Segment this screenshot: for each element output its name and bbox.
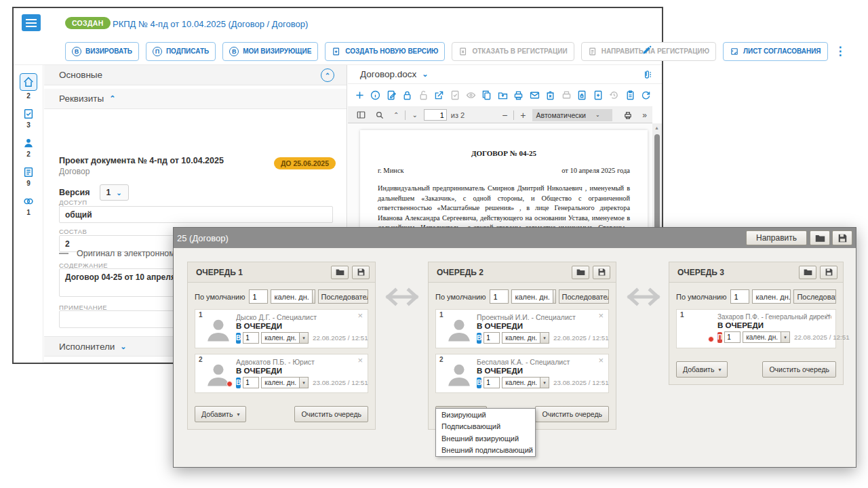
item-unit-select[interactable]: кален. дн.▾	[261, 377, 309, 388]
chevron-down-icon[interactable]: ⌄	[422, 70, 428, 79]
refresh-icon[interactable]	[639, 88, 652, 103]
rail-item-people[interactable]: 2	[14, 137, 43, 158]
refuse-registration-button[interactable]: ОТКАЗАТЬ В РЕГИСТРАЦИИ	[452, 42, 574, 61]
my-visas-button[interactable]: В МОИ ВИЗИРУЮЩИЕ	[222, 42, 318, 61]
clear-queue-button[interactable]: Очистить очередь	[535, 406, 609, 422]
default-unit-select[interactable]: кален. дн.▾	[271, 289, 315, 304]
collapse-all-icon[interactable]: ⌃	[321, 68, 334, 82]
preview-icon[interactable]	[465, 88, 477, 103]
item-unit-select[interactable]: кален. дн.▾	[502, 332, 549, 344]
order-select[interactable]: Последовательнс▾	[318, 289, 368, 304]
protect-document-icon[interactable]	[576, 88, 589, 103]
item-days-input[interactable]	[243, 332, 259, 344]
default-days-input[interactable]	[730, 289, 749, 304]
dash-icon	[59, 253, 68, 254]
rail-item-links[interactable]: 1	[14, 195, 43, 216]
fax-icon[interactable]	[560, 88, 572, 103]
access-field[interactable]	[59, 206, 333, 223]
clear-queue-button[interactable]: Очистить очередь	[762, 361, 836, 378]
export-document-icon[interactable]	[496, 88, 509, 103]
contract-date: от 10 апреля 2025 года	[561, 167, 630, 174]
save-route-button[interactable]	[832, 230, 852, 245]
version-select[interactable]: 1⌄	[100, 184, 129, 201]
unlock-icon[interactable]	[417, 88, 429, 103]
add-icon[interactable]	[353, 88, 366, 103]
menu-item-external-visa[interactable]: Внешний визирующий	[436, 432, 535, 445]
sign-button[interactable]: П ПОДПИСАТЬ	[146, 42, 216, 61]
item-days-input[interactable]	[484, 377, 500, 388]
contract-city: г. Минск	[378, 167, 404, 174]
queue-save-button[interactable]	[820, 266, 837, 279]
history-icon[interactable]	[608, 88, 620, 103]
scroll-up-icon[interactable]: ▲	[654, 125, 659, 130]
rail-item-documents[interactable]: 9	[14, 166, 43, 187]
queue-load-button[interactable]	[799, 266, 816, 279]
item-status: В ОЧЕРЕДИ	[717, 321, 831, 329]
queue-load-button[interactable]	[331, 266, 349, 279]
item-days-input[interactable]	[243, 377, 259, 388]
approval-sheet-button[interactable]: ЛИСТ СОГЛАСОВАНИЯ	[723, 42, 828, 61]
lock-icon[interactable]	[401, 88, 413, 103]
item-name: Захаров П.Ф. - Генеральный директор	[717, 313, 831, 321]
default-unit-select[interactable]: кален. дн.▾	[511, 289, 555, 304]
zoom-select[interactable]: Автоматически⌄	[532, 109, 612, 121]
new-version-button[interactable]: СОЗДАТЬ НОВУЮ ВЕРСИЮ	[325, 42, 445, 61]
document-check-icon	[22, 108, 35, 120]
add-button[interactable]: Добавить▾	[676, 361, 728, 378]
previous-page-icon[interactable]: ⌃	[391, 111, 401, 119]
add-version-icon[interactable]	[592, 88, 604, 103]
item-days-input[interactable]	[724, 331, 741, 343]
send-button[interactable]: Направить	[746, 230, 807, 245]
default-unit-select[interactable]: кален. дн.▾	[752, 289, 791, 304]
copy-document-icon[interactable]	[481, 88, 493, 103]
zoom-out-icon[interactable]: −	[500, 110, 509, 121]
page-number-input[interactable]	[424, 109, 447, 121]
item-unit-select[interactable]: кален. дн.▾	[261, 332, 309, 344]
menu-item-external-signer[interactable]: Внешний подписывающий	[436, 445, 535, 457]
queue-save-button[interactable]	[352, 266, 370, 279]
clear-queue-button[interactable]: Очистить очередь	[294, 406, 368, 422]
mail-icon[interactable]	[528, 88, 540, 103]
item-number: 1	[199, 311, 203, 319]
item-date: 23.08.2025 / 12:51	[553, 379, 609, 386]
open-window-icon[interactable]	[433, 88, 445, 103]
zoom-in-icon[interactable]: +	[518, 110, 528, 121]
item-days-input[interactable]	[484, 332, 500, 344]
edit-icon[interactable]	[642, 45, 652, 56]
edit-document-icon[interactable]	[385, 88, 397, 103]
delete-document-icon[interactable]	[545, 88, 557, 103]
next-page-icon[interactable]: ⌄	[410, 111, 419, 119]
print-icon[interactable]	[513, 88, 525, 103]
rail-item-approvals[interactable]: 3	[14, 108, 43, 129]
item-unit-select[interactable]: кален. дн.▾	[502, 377, 549, 388]
queue-save-button[interactable]	[593, 266, 610, 279]
order-select[interactable]: Последовательнс▾	[793, 289, 836, 304]
default-label: По умолчанию	[435, 293, 486, 301]
menu-icon[interactable]	[22, 14, 41, 31]
queue-load-button[interactable]	[572, 266, 589, 279]
more-actions-icon[interactable]: ⋮	[835, 45, 846, 57]
avatar	[205, 316, 232, 343]
load-route-button[interactable]	[810, 230, 830, 245]
item-unit-select[interactable]: кален. дн.▾	[743, 331, 790, 343]
queue-item-card: 1 × Дыско Д.Г. - Специалист В ОЧЕРЕДИ В …	[195, 309, 368, 348]
menu-item-signer[interactable]: Подписывающий	[436, 421, 535, 433]
visa-button[interactable]: В ВИЗИРОВАТЬ	[65, 42, 139, 61]
default-days-input[interactable]	[490, 289, 509, 304]
rail-item-home[interactable]: 2	[14, 73, 43, 100]
registration-card-icon[interactable]	[624, 88, 636, 103]
pdf-print-icon[interactable]	[620, 108, 635, 123]
verify-document-icon[interactable]	[449, 88, 461, 103]
menu-item-visa[interactable]: Визирующий	[436, 409, 535, 421]
search-icon[interactable]	[372, 108, 387, 123]
add-button[interactable]: Добавить▾	[195, 406, 246, 422]
sidebar-toggle-icon[interactable]	[353, 108, 368, 123]
default-days-input[interactable]	[249, 289, 268, 304]
pdf-more-tools-icon[interactable]: »	[642, 110, 647, 120]
info-icon[interactable]	[369, 88, 381, 103]
order-select[interactable]: Последовательнс▾	[559, 289, 609, 304]
save-icon	[825, 268, 833, 276]
requisites-section-header[interactable]: Реквизиты⌃	[44, 89, 347, 109]
approval-sheet-icon	[730, 47, 739, 56]
attachments-icon[interactable]	[642, 69, 652, 80]
